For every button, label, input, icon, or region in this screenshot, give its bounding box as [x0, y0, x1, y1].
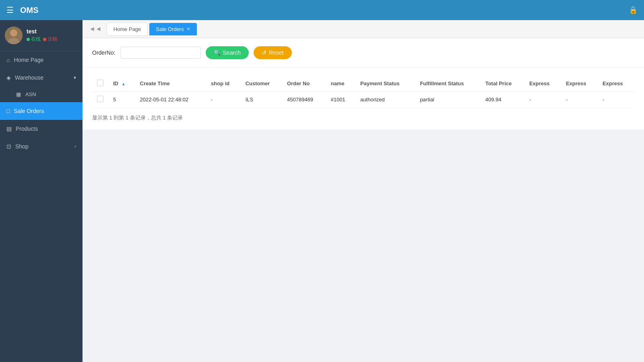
select-all-checkbox[interactable] — [97, 80, 103, 86]
row-fulfillment-status: partial — [415, 92, 480, 108]
reset-label: Reset — [269, 49, 284, 56]
th-express-1: Express — [524, 76, 561, 92]
sidebar: test 在线 注销 ⌂ Home Page ◈ Wareh — [0, 20, 83, 362]
th-payment-status: Payment Status — [355, 76, 415, 92]
table-row[interactable]: 5 2022-05-01 22:48:02 - ILS 450789469 #1… — [92, 92, 634, 108]
tab-home-page[interactable]: Home Page — [107, 23, 148, 36]
table-section: ID ▲ Create Time shop id Customer Order … — [83, 68, 644, 130]
home-icon: ⌂ — [6, 57, 10, 63]
sidebar-item-home[interactable]: ⌂ Home Page — [0, 51, 83, 69]
status-logout-label: 注销 — [47, 36, 57, 43]
lock-icon[interactable]: 🔒 — [629, 6, 638, 14]
top-bar-left: ☰ OMS — [6, 5, 39, 15]
sort-icon: ▲ — [122, 82, 126, 86]
th-customer: Customer — [241, 76, 282, 92]
row-name: #1001 — [326, 92, 355, 108]
app-title: OMS — [20, 6, 39, 15]
top-bar-right: 🔒 — [629, 6, 638, 14]
user-name: test — [27, 28, 57, 35]
chevron-down-icon: ▾ — [74, 75, 76, 80]
status-logout[interactable]: 注销 — [43, 36, 57, 43]
row-payment-status: authorized — [355, 92, 415, 108]
back-button[interactable]: ◄◄ — [86, 25, 105, 33]
search-button[interactable]: 🔍 Search — [206, 46, 249, 59]
warehouse-icon: ◈ — [6, 74, 11, 81]
sidebar-sale-orders-label: Sale Orders — [14, 108, 76, 114]
sidebar-warehouse-label: Warehouse — [15, 74, 70, 81]
chevron-left-icon: ‹ — [74, 144, 76, 149]
row-express-1: - — [524, 92, 561, 108]
row-order-no: 450789469 — [282, 92, 326, 108]
data-table: ID ▲ Create Time shop id Customer Order … — [92, 76, 634, 108]
row-checkbox[interactable] — [97, 96, 103, 102]
row-shop-id: - — [206, 92, 241, 108]
sidebar-item-sale-orders[interactable]: □ Sale Orders — [0, 102, 83, 120]
th-fulfillment-status: Fulfillment Status — [415, 76, 480, 92]
row-checkbox-cell — [92, 92, 108, 108]
sidebar-item-label: Home Page — [14, 57, 76, 63]
status-online-label: 在线 — [31, 36, 41, 43]
page-content: OrderNo: 🔍 Search ↺ Reset — [83, 38, 644, 362]
th-order-no: Order No — [282, 76, 326, 92]
pagination-text: 显示第 1 到第 1 条记录，总共 1 条记录 — [92, 114, 634, 121]
products-icon: ▤ — [6, 125, 12, 132]
asn-icon: ▦ — [16, 91, 21, 97]
search-label: Search — [223, 49, 241, 56]
sale-orders-icon: □ — [6, 108, 10, 114]
row-customer: ILS — [241, 92, 282, 108]
th-shop-id: shop id — [206, 76, 241, 92]
sidebar-shop-label: Shop — [15, 143, 70, 150]
user-info: test 在线 注销 — [27, 28, 57, 43]
tab-sale-orders[interactable]: Sale Orders ✕ — [149, 23, 196, 35]
search-icon: 🔍 — [214, 49, 221, 56]
user-status: 在线 注销 — [27, 36, 57, 43]
tab-close-icon[interactable]: ✕ — [186, 26, 190, 32]
sidebar-products-label: Products — [16, 125, 76, 132]
th-id[interactable]: ID ▲ — [108, 76, 135, 92]
th-express-3: Express — [598, 76, 634, 92]
th-total-price: Total Price — [481, 76, 524, 92]
online-dot — [27, 38, 30, 41]
row-create-time: 2022-05-01 22:48:02 — [135, 92, 206, 108]
tab-home-label: Home Page — [114, 26, 141, 32]
status-online: 在线 — [27, 36, 41, 43]
user-section: test 在线 注销 — [0, 20, 83, 51]
th-express-2: Express — [561, 76, 598, 92]
avatar — [5, 27, 23, 44]
sidebar-item-asn[interactable]: ▦ ASN — [0, 86, 83, 102]
reset-button[interactable]: ↺ Reset — [254, 46, 292, 59]
main-layout: test 在线 注销 ⌂ Home Page ◈ Wareh — [0, 20, 644, 362]
tab-sale-orders-label: Sale Orders — [156, 26, 184, 32]
sidebar-item-warehouse[interactable]: ◈ Warehouse ▾ — [0, 69, 83, 86]
top-bar: ☰ OMS 🔒 — [0, 0, 644, 20]
order-no-label: OrderNo: — [92, 49, 116, 56]
row-express-2: - — [561, 92, 598, 108]
reset-icon: ↺ — [262, 49, 266, 56]
row-total-price: 409.94 — [481, 92, 524, 108]
row-express-3: - — [598, 92, 634, 108]
sidebar-asn-label: ASN — [25, 91, 36, 97]
content-area: ◄◄ Home Page Sale Orders ✕ OrderNo: 🔍 Se… — [83, 20, 644, 362]
filter-section: OrderNo: 🔍 Search ↺ Reset — [83, 38, 644, 68]
sidebar-item-shop[interactable]: ⊡ Shop ‹ — [0, 138, 83, 155]
th-name: name — [326, 76, 355, 92]
shop-icon: ⊡ — [6, 143, 11, 150]
logout-dot — [43, 38, 46, 41]
order-no-input[interactable] — [120, 47, 201, 59]
sidebar-item-products[interactable]: ▤ Products — [0, 120, 83, 138]
row-id: 5 — [108, 92, 135, 108]
table-header-row: ID ▲ Create Time shop id Customer Order … — [92, 76, 634, 92]
avatar-image — [5, 27, 23, 44]
filter-row: OrderNo: 🔍 Search ↺ Reset — [92, 46, 634, 59]
svg-point-1 — [10, 29, 17, 37]
hamburger-icon[interactable]: ☰ — [6, 5, 14, 15]
th-checkbox — [92, 76, 108, 92]
tab-bar: ◄◄ Home Page Sale Orders ✕ — [83, 20, 644, 38]
th-create-time: Create Time — [135, 76, 206, 92]
